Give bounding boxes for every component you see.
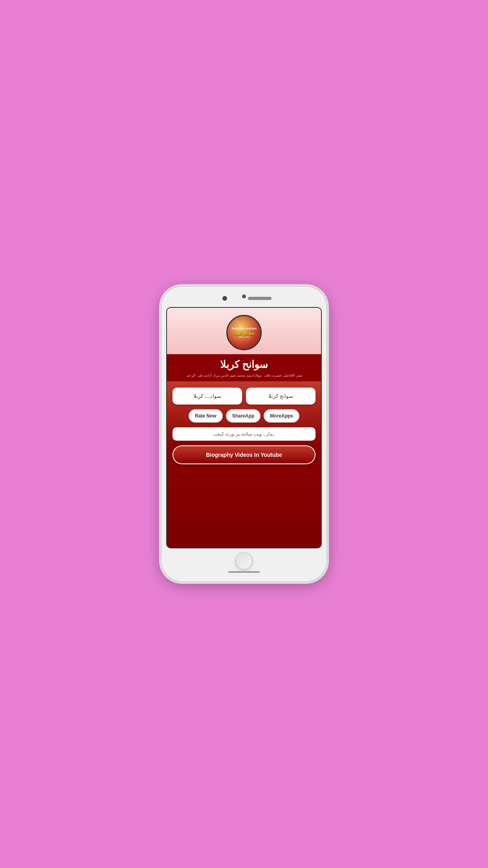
bottom-bar	[228, 571, 260, 573]
title-section: سوانح کربلا صدر الافاضل حضرت علامہ مولان…	[167, 354, 321, 381]
phone-bottom	[166, 548, 322, 571]
logo-bottom-text: Urdu | Hindi	[238, 336, 250, 338]
youtube-button[interactable]: Biography Videos In Youtube	[172, 445, 316, 464]
app-logo: Sawaneh e Karbala سوانح کربلا Urdu | Hin…	[226, 315, 262, 350]
app-main-title: سوانح کربلا	[220, 358, 268, 371]
share-app-button[interactable]: ShareApp	[226, 409, 261, 423]
website-input[interactable]: ہمارے ویب سائٹ پر وزٹ کیجیے	[172, 427, 316, 441]
sawanhe-karbala-button[interactable]: سوانہے کربلا	[172, 388, 242, 405]
action-buttons-row: Rate Now ShareApp MoreApps	[172, 409, 316, 423]
home-button[interactable]	[235, 552, 253, 570]
more-apps-button[interactable]: MoreApps	[264, 409, 299, 423]
phone-device: Sawaneh e Karbala سوانح کربلا Urdu | Hin…	[161, 287, 327, 581]
phone-screen: Sawaneh e Karbala سوانح کربلا Urdu | Hin…	[166, 307, 322, 548]
app-subtitle: صدر الافاضل حضرت علامہ مولانا سید محمد ن…	[185, 373, 303, 379]
logo-urdu-text: سوانح کربلا	[234, 331, 254, 336]
phone-top-bar	[166, 294, 322, 305]
content-area: سوانہے کربلا سوانح کربلا Rate Now ShareA…	[167, 381, 321, 548]
logo-container: Sawaneh e Karbala سوانح کربلا Urdu | Hin…	[167, 308, 321, 354]
website-text: ہمارے ویب سائٹ پر وزٹ کیجیے	[213, 431, 275, 437]
front-camera-icon	[222, 296, 227, 301]
rate-now-button[interactable]: Rate Now	[189, 409, 223, 423]
logo-top-text: Sawaneh e Karbala	[231, 327, 257, 330]
speaker-icon	[248, 297, 272, 300]
nav-buttons-row: سوانہے کربلا سوانح کربلا	[172, 388, 316, 405]
sawaneh-karbala-button[interactable]: سوانح کربلا	[246, 388, 316, 405]
camera-dot-icon	[242, 294, 246, 298]
